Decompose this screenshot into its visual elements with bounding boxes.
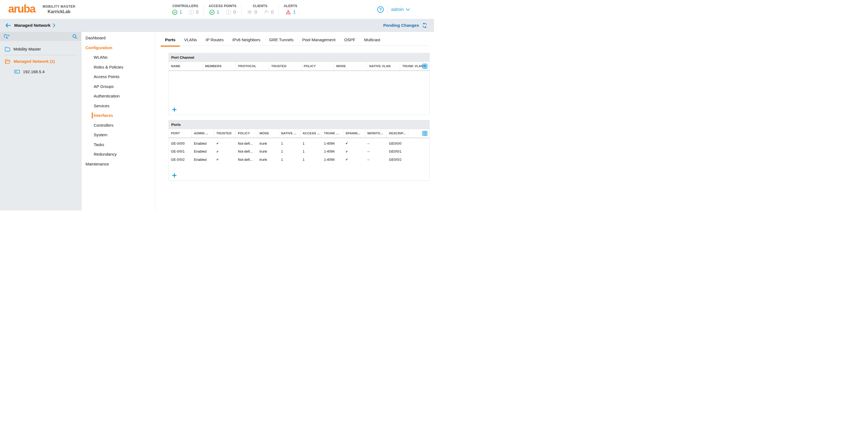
column-header[interactable]: SPANNI... xyxy=(343,129,365,138)
nav-item-configuration[interactable]: Configuration xyxy=(82,43,155,53)
column-header[interactable]: POLICY xyxy=(236,129,257,138)
table-row[interactable]: GE-0/0/1 Enabled ✔ Not-defi... trunk 1 1… xyxy=(169,148,429,156)
nav-item-interfaces[interactable]: Interfaces xyxy=(82,110,155,120)
folder-open-icon xyxy=(5,59,11,64)
hierarchy-sidebar: Mobility Master Managed Network (1) 192.… xyxy=(0,32,82,210)
body: Mobility Master Managed Network (1) 192.… xyxy=(0,32,434,210)
alerts-count: 1 xyxy=(285,9,296,15)
column-header[interactable]: TRUSTED xyxy=(269,62,302,70)
spanning-check: ✔ xyxy=(343,150,365,154)
nav-item-ap-groups[interactable]: AP Groups xyxy=(82,82,155,92)
tree-item-label: 192.168.5.4 xyxy=(23,69,44,74)
help-button[interactable] xyxy=(377,6,384,13)
port-channel-body xyxy=(169,71,429,72)
column-header[interactable]: MODE xyxy=(334,62,367,70)
clients-wireless: 0 xyxy=(247,9,257,15)
tree-item-controller[interactable]: 192.168.5.4 xyxy=(0,66,81,77)
nav-item-authentication[interactable]: Authentication xyxy=(82,91,155,101)
pending-changes-button[interactable]: Pending Changes xyxy=(383,23,428,28)
status-warning-icon xyxy=(226,9,231,15)
collapse-tree-icon[interactable] xyxy=(4,33,10,40)
nav-item-controllers[interactable]: Controllers xyxy=(82,120,155,130)
config-nav: Dashboard Configuration WLANs Roles & Po… xyxy=(82,32,155,210)
column-settings-icon[interactable] xyxy=(422,64,428,69)
sync-icon xyxy=(422,23,428,28)
folder-icon xyxy=(5,46,10,52)
ports-body: GE-0/0/0 Enabled ✔ Not-defi... trunk 1 1… xyxy=(169,138,429,164)
product-name: KarrickLab xyxy=(42,9,75,14)
main-content: Ports VLANs IP Routes IPv6 Neighbors GRE… xyxy=(155,32,434,210)
chevron-right-icon[interactable] xyxy=(53,23,56,28)
port-channel-panel: Port Channel NAME MEMBERS PROTOCOL TRUST… xyxy=(168,53,430,115)
sidebar-toolbar xyxy=(0,32,81,41)
user-menu[interactable]: admin xyxy=(391,7,410,12)
spanning-check: ✔ xyxy=(343,158,365,161)
table-row[interactable]: GE-0/0/2 Enabled ✔ Not-defi... trunk 1 1… xyxy=(169,156,429,164)
column-settings-icon[interactable] xyxy=(422,131,428,136)
product-label: MOBILITY MASTER xyxy=(42,5,75,8)
controllers-down: 0 xyxy=(188,9,198,15)
column-header[interactable]: MODE xyxy=(257,129,279,138)
column-header[interactable]: TRUSTED xyxy=(214,129,236,138)
port-channel-header-row: NAME MEMBERS PROTOCOL TRUSTED POLICY MOD… xyxy=(169,62,429,71)
add-port-channel-button[interactable] xyxy=(172,107,177,112)
table-row[interactable]: GE-0/0/0 Enabled ✔ Not-defi... trunk 1 1… xyxy=(169,139,429,148)
alert-triangle-icon xyxy=(285,9,291,15)
nav-item-system[interactable]: System xyxy=(82,130,155,140)
tab-ports[interactable]: Ports xyxy=(161,34,180,45)
wifi-icon xyxy=(247,9,253,15)
nav-item-services[interactable]: Services xyxy=(82,101,155,111)
back-button[interactable] xyxy=(5,23,11,28)
column-header[interactable]: DESCRIP... xyxy=(387,129,408,138)
tab-multicast[interactable]: Multicast xyxy=(360,34,384,45)
column-header[interactable]: NATIVE ... xyxy=(279,129,301,138)
column-header[interactable]: ADMIN ... xyxy=(192,129,214,138)
trusted-check: ✔ xyxy=(214,142,236,145)
column-header[interactable]: MONITO... xyxy=(365,129,387,138)
column-header[interactable]: TRUNK ... xyxy=(322,129,343,138)
nav-item-roles-policies[interactable]: Roles & Policies xyxy=(82,62,155,72)
nav-item-maintenance[interactable]: Maintenance xyxy=(82,159,155,169)
tree-item-managed-network[interactable]: Managed Network (1) xyxy=(0,56,81,66)
nav-item-access-points[interactable]: Access Points xyxy=(82,72,155,82)
breadcrumb-title[interactable]: Managed Network xyxy=(14,23,51,28)
tab-ip-routes[interactable]: IP Routes xyxy=(201,34,228,45)
tree-item-label: Mobility Master xyxy=(13,47,41,51)
status-warning-icon xyxy=(188,9,194,15)
trusted-check: ✔ xyxy=(214,158,236,161)
column-header[interactable]: NATIVE VLAN xyxy=(367,62,400,70)
stat-controllers[interactable]: CONTROLLERS 1 0 xyxy=(167,3,204,16)
spanning-check: ✔ xyxy=(343,142,365,145)
controllers-up: 1 xyxy=(172,9,182,15)
tab-gre-tunnels[interactable]: GRE Tunnels xyxy=(265,34,298,45)
column-header[interactable]: PROTOCOL xyxy=(236,62,269,70)
tab-vlans[interactable]: VLANs xyxy=(180,34,201,45)
clients-wired: 0 xyxy=(264,9,273,15)
nav-item-redundancy[interactable]: Redundancy xyxy=(82,149,155,159)
stat-clients[interactable]: CLIENTS 0 0 xyxy=(242,3,279,16)
aruba-logo: aruba xyxy=(8,3,35,16)
nav-item-wlans[interactable]: WLANs xyxy=(82,53,155,62)
ports-panel: Ports PORT ADMIN ... TRUSTED POLICY MODE… xyxy=(168,120,430,181)
tab-pool-management[interactable]: Pool Management xyxy=(298,34,340,45)
column-header[interactable]: POLICY xyxy=(302,62,334,70)
stat-alerts[interactable]: ALERTS 1 xyxy=(279,3,302,16)
column-header[interactable]: NAME xyxy=(169,62,203,70)
column-header[interactable]: MEMBERS xyxy=(203,62,236,70)
column-header[interactable]: ACCESS ... xyxy=(301,129,322,138)
tree-item-label: Managed Network (1) xyxy=(14,59,55,64)
nav-item-dashboard[interactable]: Dashboard xyxy=(82,33,155,43)
search-icon[interactable] xyxy=(72,34,78,39)
column-header[interactable]: PORT xyxy=(169,129,192,138)
tab-ipv6-neighbors[interactable]: IPv6 Neighbors xyxy=(228,34,265,45)
header-divider xyxy=(388,4,388,15)
tab-ospf[interactable]: OSPF xyxy=(340,34,360,45)
user-name: admin xyxy=(391,7,404,12)
stat-access-points[interactable]: ACCESS POINTS 1 0 xyxy=(204,3,242,16)
interface-tabs: Ports VLANs IP Routes IPv6 Neighbors GRE… xyxy=(161,34,384,45)
add-port-button[interactable] xyxy=(172,172,177,178)
nav-item-tasks[interactable]: Tasks xyxy=(82,140,155,150)
trusted-check: ✔ xyxy=(214,150,236,154)
port-channel-title: Port Channel xyxy=(169,53,429,62)
tree-item-mobility-master[interactable]: Mobility Master xyxy=(0,44,81,54)
